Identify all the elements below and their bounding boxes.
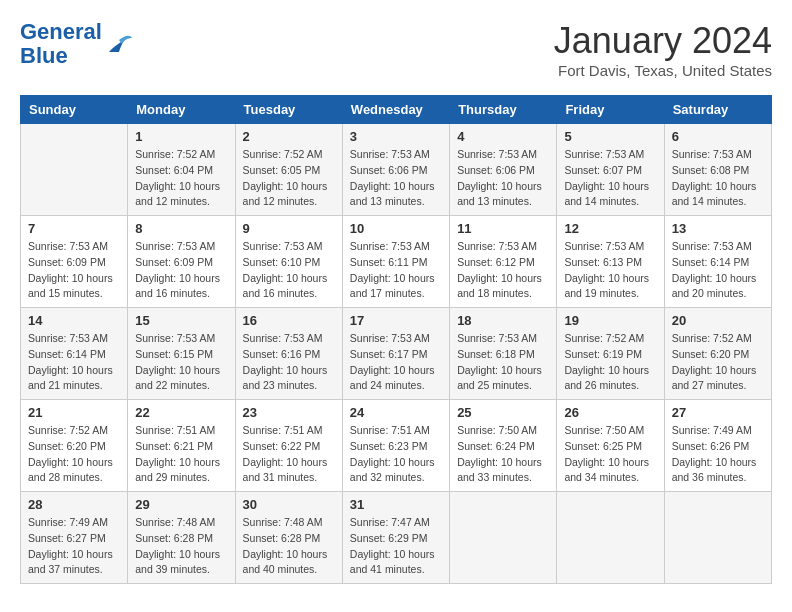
calendar-cell: 7Sunrise: 7:53 AM Sunset: 6:09 PM Daylig…: [21, 216, 128, 308]
calendar-cell: 6Sunrise: 7:53 AM Sunset: 6:08 PM Daylig…: [664, 124, 771, 216]
calendar-cell: 12Sunrise: 7:53 AM Sunset: 6:13 PM Dayli…: [557, 216, 664, 308]
calendar-cell: [21, 124, 128, 216]
week-row-5: 28Sunrise: 7:49 AM Sunset: 6:27 PM Dayli…: [21, 492, 772, 584]
calendar-cell: 13Sunrise: 7:53 AM Sunset: 6:14 PM Dayli…: [664, 216, 771, 308]
logo-bird-icon: [104, 30, 134, 58]
day-number: 2: [243, 129, 335, 144]
day-number: 28: [28, 497, 120, 512]
day-number: 17: [350, 313, 442, 328]
calendar-table: SundayMondayTuesdayWednesdayThursdayFrid…: [20, 95, 772, 584]
day-number: 9: [243, 221, 335, 236]
day-number: 16: [243, 313, 335, 328]
day-info: Sunrise: 7:53 AM Sunset: 6:12 PM Dayligh…: [457, 239, 549, 302]
day-info: Sunrise: 7:53 AM Sunset: 6:07 PM Dayligh…: [564, 147, 656, 210]
day-info: Sunrise: 7:52 AM Sunset: 6:05 PM Dayligh…: [243, 147, 335, 210]
day-info: Sunrise: 7:49 AM Sunset: 6:26 PM Dayligh…: [672, 423, 764, 486]
calendar-cell: 31Sunrise: 7:47 AM Sunset: 6:29 PM Dayli…: [342, 492, 449, 584]
day-info: Sunrise: 7:51 AM Sunset: 6:23 PM Dayligh…: [350, 423, 442, 486]
calendar-cell: 15Sunrise: 7:53 AM Sunset: 6:15 PM Dayli…: [128, 308, 235, 400]
day-number: 19: [564, 313, 656, 328]
day-number: 30: [243, 497, 335, 512]
day-number: 13: [672, 221, 764, 236]
day-number: 10: [350, 221, 442, 236]
day-number: 14: [28, 313, 120, 328]
day-info: Sunrise: 7:53 AM Sunset: 6:11 PM Dayligh…: [350, 239, 442, 302]
day-info: Sunrise: 7:49 AM Sunset: 6:27 PM Dayligh…: [28, 515, 120, 578]
calendar-cell: [664, 492, 771, 584]
week-row-3: 14Sunrise: 7:53 AM Sunset: 6:14 PM Dayli…: [21, 308, 772, 400]
day-info: Sunrise: 7:48 AM Sunset: 6:28 PM Dayligh…: [135, 515, 227, 578]
day-number: 27: [672, 405, 764, 420]
day-info: Sunrise: 7:50 AM Sunset: 6:24 PM Dayligh…: [457, 423, 549, 486]
calendar-cell: [450, 492, 557, 584]
calendar-cell: 20Sunrise: 7:52 AM Sunset: 6:20 PM Dayli…: [664, 308, 771, 400]
col-header-sunday: Sunday: [21, 96, 128, 124]
day-info: Sunrise: 7:53 AM Sunset: 6:18 PM Dayligh…: [457, 331, 549, 394]
day-number: 26: [564, 405, 656, 420]
calendar-cell: 22Sunrise: 7:51 AM Sunset: 6:21 PM Dayli…: [128, 400, 235, 492]
calendar-cell: 24Sunrise: 7:51 AM Sunset: 6:23 PM Dayli…: [342, 400, 449, 492]
calendar-cell: 17Sunrise: 7:53 AM Sunset: 6:17 PM Dayli…: [342, 308, 449, 400]
calendar-cell: 16Sunrise: 7:53 AM Sunset: 6:16 PM Dayli…: [235, 308, 342, 400]
week-row-4: 21Sunrise: 7:52 AM Sunset: 6:20 PM Dayli…: [21, 400, 772, 492]
day-info: Sunrise: 7:51 AM Sunset: 6:21 PM Dayligh…: [135, 423, 227, 486]
day-info: Sunrise: 7:53 AM Sunset: 6:15 PM Dayligh…: [135, 331, 227, 394]
day-number: 4: [457, 129, 549, 144]
calendar-cell: 9Sunrise: 7:53 AM Sunset: 6:10 PM Daylig…: [235, 216, 342, 308]
day-number: 25: [457, 405, 549, 420]
page-header: GeneralBlue January 2024 Fort Davis, Tex…: [20, 20, 772, 79]
day-number: 11: [457, 221, 549, 236]
calendar-cell: [557, 492, 664, 584]
day-number: 1: [135, 129, 227, 144]
day-info: Sunrise: 7:53 AM Sunset: 6:09 PM Dayligh…: [135, 239, 227, 302]
day-info: Sunrise: 7:50 AM Sunset: 6:25 PM Dayligh…: [564, 423, 656, 486]
day-number: 31: [350, 497, 442, 512]
calendar-cell: 29Sunrise: 7:48 AM Sunset: 6:28 PM Dayli…: [128, 492, 235, 584]
col-header-monday: Monday: [128, 96, 235, 124]
day-number: 21: [28, 405, 120, 420]
header-row: SundayMondayTuesdayWednesdayThursdayFrid…: [21, 96, 772, 124]
day-info: Sunrise: 7:53 AM Sunset: 6:17 PM Dayligh…: [350, 331, 442, 394]
day-number: 15: [135, 313, 227, 328]
col-header-wednesday: Wednesday: [342, 96, 449, 124]
day-info: Sunrise: 7:48 AM Sunset: 6:28 PM Dayligh…: [243, 515, 335, 578]
calendar-cell: 1Sunrise: 7:52 AM Sunset: 6:04 PM Daylig…: [128, 124, 235, 216]
day-number: 29: [135, 497, 227, 512]
day-number: 8: [135, 221, 227, 236]
calendar-cell: 21Sunrise: 7:52 AM Sunset: 6:20 PM Dayli…: [21, 400, 128, 492]
logo-text: GeneralBlue: [20, 20, 102, 68]
day-number: 6: [672, 129, 764, 144]
day-info: Sunrise: 7:53 AM Sunset: 6:08 PM Dayligh…: [672, 147, 764, 210]
calendar-cell: 27Sunrise: 7:49 AM Sunset: 6:26 PM Dayli…: [664, 400, 771, 492]
calendar-cell: 19Sunrise: 7:52 AM Sunset: 6:19 PM Dayli…: [557, 308, 664, 400]
day-info: Sunrise: 7:47 AM Sunset: 6:29 PM Dayligh…: [350, 515, 442, 578]
day-info: Sunrise: 7:51 AM Sunset: 6:22 PM Dayligh…: [243, 423, 335, 486]
day-info: Sunrise: 7:53 AM Sunset: 6:13 PM Dayligh…: [564, 239, 656, 302]
day-number: 5: [564, 129, 656, 144]
calendar-cell: 8Sunrise: 7:53 AM Sunset: 6:09 PM Daylig…: [128, 216, 235, 308]
week-row-1: 1Sunrise: 7:52 AM Sunset: 6:04 PM Daylig…: [21, 124, 772, 216]
day-info: Sunrise: 7:52 AM Sunset: 6:19 PM Dayligh…: [564, 331, 656, 394]
calendar-cell: 4Sunrise: 7:53 AM Sunset: 6:06 PM Daylig…: [450, 124, 557, 216]
day-number: 7: [28, 221, 120, 236]
col-header-tuesday: Tuesday: [235, 96, 342, 124]
calendar-cell: 14Sunrise: 7:53 AM Sunset: 6:14 PM Dayli…: [21, 308, 128, 400]
day-info: Sunrise: 7:52 AM Sunset: 6:04 PM Dayligh…: [135, 147, 227, 210]
col-header-saturday: Saturday: [664, 96, 771, 124]
day-number: 20: [672, 313, 764, 328]
calendar-cell: 10Sunrise: 7:53 AM Sunset: 6:11 PM Dayli…: [342, 216, 449, 308]
title-block: January 2024 Fort Davis, Texas, United S…: [554, 20, 772, 79]
calendar-cell: 23Sunrise: 7:51 AM Sunset: 6:22 PM Dayli…: [235, 400, 342, 492]
calendar-cell: 28Sunrise: 7:49 AM Sunset: 6:27 PM Dayli…: [21, 492, 128, 584]
calendar-cell: 25Sunrise: 7:50 AM Sunset: 6:24 PM Dayli…: [450, 400, 557, 492]
calendar-cell: 2Sunrise: 7:52 AM Sunset: 6:05 PM Daylig…: [235, 124, 342, 216]
day-info: Sunrise: 7:52 AM Sunset: 6:20 PM Dayligh…: [672, 331, 764, 394]
col-header-thursday: Thursday: [450, 96, 557, 124]
calendar-cell: 30Sunrise: 7:48 AM Sunset: 6:28 PM Dayli…: [235, 492, 342, 584]
day-number: 3: [350, 129, 442, 144]
day-info: Sunrise: 7:53 AM Sunset: 6:06 PM Dayligh…: [350, 147, 442, 210]
calendar-cell: 3Sunrise: 7:53 AM Sunset: 6:06 PM Daylig…: [342, 124, 449, 216]
day-info: Sunrise: 7:53 AM Sunset: 6:16 PM Dayligh…: [243, 331, 335, 394]
day-info: Sunrise: 7:53 AM Sunset: 6:09 PM Dayligh…: [28, 239, 120, 302]
day-info: Sunrise: 7:52 AM Sunset: 6:20 PM Dayligh…: [28, 423, 120, 486]
